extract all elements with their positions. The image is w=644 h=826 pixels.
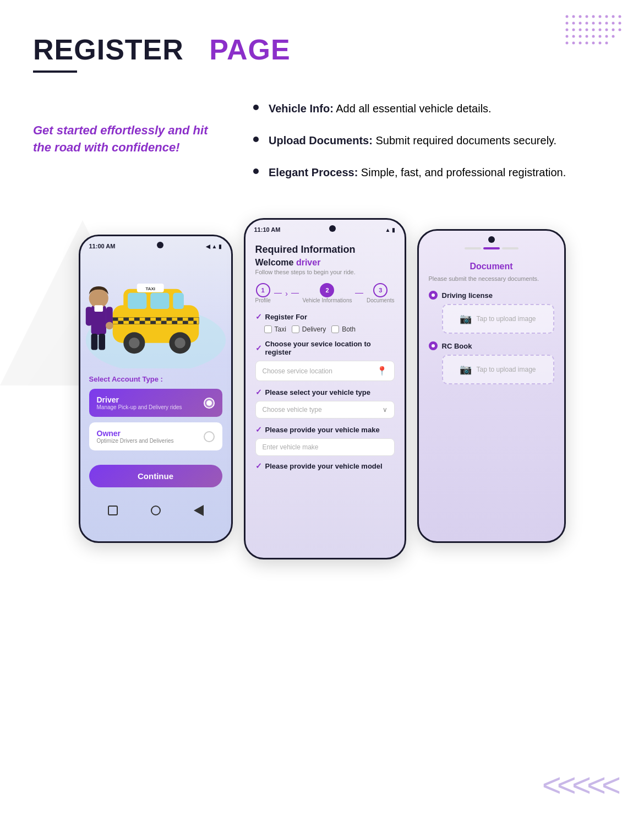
driving-license-row: Driving license	[429, 291, 554, 300]
delivery-checkbox[interactable]	[292, 325, 299, 333]
phone1-status-icons: ◀ ▲ ▮	[206, 243, 222, 249]
phone1-content: Select Account Type : Driver Manage Pick…	[80, 368, 231, 494]
svg-rect-59	[112, 318, 118, 321]
driver-option-text: Driver Manage Pick-up and Delivery rides	[97, 395, 182, 410]
delivery-checkbox-item[interactable]: Delivery	[292, 325, 326, 333]
driver-subtitle: Manage Pick-up and Delivery rides	[97, 404, 182, 410]
vehicle-make-label: Please provide your vehicle make	[265, 426, 380, 434]
dropdown-chevron-icon: ∨	[383, 406, 388, 414]
check-mark-5: ✓	[255, 461, 262, 470]
location-icon: 📍	[376, 366, 388, 376]
svg-rect-68	[161, 321, 166, 324]
both-label: Both	[342, 325, 356, 333]
svg-rect-73	[188, 318, 193, 321]
phone2-camera	[329, 225, 336, 232]
step-3-label: Documents	[367, 297, 395, 303]
svg-point-55	[129, 338, 140, 349]
phone1-camera	[157, 242, 163, 248]
rc-book-radio	[429, 341, 438, 350]
progress-bar	[419, 247, 564, 249]
driver-option[interactable]: Driver Manage Pick-up and Delivery rides	[89, 389, 222, 417]
rc-book-upload-text: Tap to upload image	[476, 366, 536, 373]
owner-option-text: Owner Optimize Drivers and Deliveries	[97, 429, 174, 444]
content-area: Get started effortlessly and hit the roa…	[0, 100, 644, 196]
svg-rect-60	[118, 321, 123, 324]
service-location-placeholder: Choose service location	[263, 367, 376, 375]
step-arrow: ›	[285, 289, 288, 298]
phone2-status-bar: 11:10 AM ▲ ▮	[245, 220, 405, 236]
phones-section: 11:00 AM ◀ ▲ ▮ T	[0, 196, 644, 582]
step-2-item: 2 Vehicle Informations	[302, 283, 352, 303]
taxi-checkbox[interactable]	[264, 325, 272, 333]
register-for-label: Register For	[265, 313, 308, 321]
select-account-label: Select Account Type :	[89, 375, 222, 383]
svg-rect-69	[166, 318, 172, 321]
vehicle-make-section: ✓ Please provide your vehicle make	[255, 425, 395, 434]
both-checkbox[interactable]	[331, 325, 339, 333]
svg-rect-61	[123, 318, 129, 321]
svg-rect-71	[177, 318, 183, 321]
page-title: REGISTER PAGE	[33, 33, 611, 66]
svg-rect-67	[156, 318, 161, 321]
prog-seg-2	[483, 247, 500, 249]
nav-circle-icon[interactable]	[151, 506, 161, 515]
bullet-text-1: Vehicle Info: Add all essential vehicle …	[269, 100, 492, 117]
upload-icon-1: 📷	[460, 313, 472, 325]
phone2-time: 11:10 AM	[254, 226, 281, 233]
vehicle-model-label: Please provide your vehicle model	[265, 462, 383, 470]
doc-subtitle: Please submit the necessary documents.	[429, 275, 554, 283]
decorative-chevrons: <<<<<	[542, 766, 616, 804]
svg-rect-65	[145, 318, 150, 321]
step-1-label: Profile	[255, 297, 271, 303]
taxi-checkbox-item[interactable]: Taxi	[264, 325, 286, 333]
steps-row: 1 Profile › 2 Vehicle Informations 3 Doc…	[255, 283, 395, 303]
follow-text: Follow these steps to begin your ride.	[255, 269, 395, 275]
phone3-status-bar	[419, 231, 564, 247]
both-checkbox-item[interactable]: Both	[331, 325, 356, 333]
phone2-wifi: ▲	[385, 227, 391, 233]
phone3-camera	[488, 236, 495, 243]
phone-1: 11:00 AM ◀ ▲ ▮ T	[79, 235, 233, 543]
continue-button[interactable]: Continue	[89, 465, 222, 487]
owner-option[interactable]: Owner Optimize Drivers and Deliveries	[89, 422, 222, 450]
title-register: REGISTER	[33, 34, 184, 66]
svg-point-57	[174, 338, 185, 349]
step-connector-2	[291, 293, 299, 294]
nav-triangle-icon[interactable]	[194, 505, 204, 516]
vehicle-type-dropdown[interactable]: Choose vehicle type ∨	[255, 401, 395, 419]
svg-rect-66	[150, 321, 156, 324]
bullet-upload-docs: Upload Documents: Submit required docume…	[253, 132, 611, 149]
bullet-bold-2: Upload Documents:	[269, 134, 373, 146]
svg-rect-62	[129, 321, 134, 324]
driving-license-section: Driving license 📷 Tap to upload image	[429, 291, 554, 334]
phone-2: 11:10 AM ▲ ▮ Required Information Welcom…	[244, 218, 406, 559]
driver-radio[interactable]	[204, 398, 215, 409]
header-section: REGISTER PAGE	[0, 0, 644, 100]
check-mark-2: ✓	[255, 344, 262, 352]
taxi-label: Taxi	[275, 325, 286, 333]
phone1-illustration: TAXI	[80, 253, 231, 368]
owner-title: Owner	[97, 429, 174, 438]
svg-rect-74	[193, 321, 197, 324]
step-3-circle: 3	[373, 283, 388, 297]
nav-square-icon[interactable]	[108, 506, 118, 515]
service-location-label: Choose your sevice location to register	[265, 340, 395, 356]
check-mark-1: ✓	[255, 312, 262, 321]
svg-rect-78	[85, 307, 92, 325]
rc-book-upload[interactable]: 📷 Tap to upload image	[442, 355, 554, 384]
phone1-status-bar: 11:00 AM ◀ ▲ ▮	[80, 236, 231, 253]
driving-license-radio	[429, 291, 438, 300]
phone2-battery: ▮	[392, 227, 395, 233]
radio-inner-white-2	[432, 344, 435, 347]
phone2-status-icons: ▲ ▮	[385, 227, 396, 233]
svg-text:TAXI: TAXI	[145, 286, 155, 291]
svg-point-76	[89, 289, 108, 308]
driver-title: Driver	[97, 395, 182, 404]
phone-3: Document Please submit the necessary doc…	[417, 229, 566, 543]
vehicle-make-input[interactable]: Enter vehicle make	[255, 438, 395, 456]
owner-radio[interactable]	[204, 431, 215, 442]
driving-license-upload[interactable]: 📷 Tap to upload image	[442, 304, 554, 334]
service-location-input[interactable]: Choose service location 📍	[255, 361, 395, 381]
bullet-body-3: Simple, fast, and professional registrat…	[361, 166, 566, 178]
vehicle-type-placeholder: Choose vehicle type	[263, 406, 383, 414]
